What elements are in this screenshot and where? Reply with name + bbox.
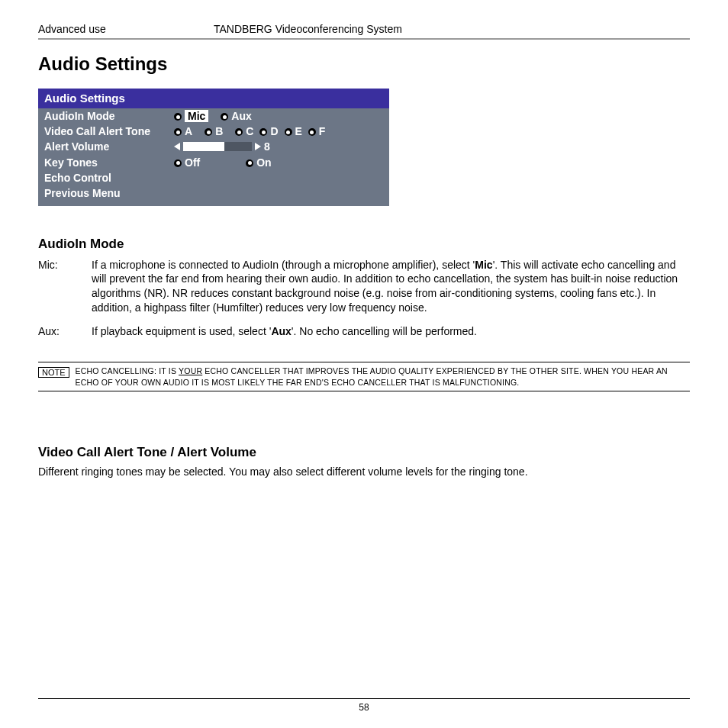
slider-fill (183, 142, 224, 151)
radio-icon (174, 159, 182, 167)
row-label: AudioIn Mode (44, 108, 174, 124)
settings-panel: Audio Settings AudioIn Mode Mic Aux Vide… (38, 89, 389, 206)
option-aux[interactable]: Aux (221, 108, 251, 124)
row-alert-tone: Video Call Alert Tone A B C D E F (38, 124, 389, 139)
row-previous-menu[interactable]: Previous Menu (38, 185, 389, 201)
panel-title: Audio Settings (38, 89, 389, 108)
section-alert-body: Different ringing tones may be selected.… (38, 465, 690, 479)
volume-slider[interactable] (183, 142, 252, 151)
def-body: If a microphone is connected to AudioIn … (92, 258, 690, 316)
row-label: Echo Control (44, 170, 174, 185)
option-on[interactable]: On (246, 155, 271, 170)
def-term: Mic: (38, 258, 92, 316)
page-header: Advanced use TANDBERG Videoconferencing … (38, 23, 690, 35)
option-label: A (185, 125, 192, 137)
decrease-icon[interactable] (174, 143, 180, 150)
option-a[interactable]: A (174, 124, 192, 139)
option-d[interactable]: D (259, 124, 278, 139)
radio-icon (285, 128, 292, 136)
option-label: F (319, 125, 326, 137)
option-f[interactable]: F (308, 124, 326, 139)
option-mic[interactable]: Mic (174, 108, 208, 124)
row-audioin-mode: AudioIn Mode Mic Aux (38, 108, 389, 124)
radio-icon (174, 128, 182, 136)
option-c[interactable]: C (235, 124, 253, 139)
row-label: Key Tones (44, 155, 174, 170)
option-label: Mic (185, 110, 208, 122)
radio-icon (235, 128, 243, 136)
row-label: Alert Volume (44, 139, 174, 154)
def-term: Aux: (38, 324, 92, 339)
row-echo-control[interactable]: Echo Control (38, 170, 389, 185)
radio-icon (246, 159, 253, 167)
page-number: 58 (38, 698, 690, 713)
increase-icon[interactable] (255, 143, 261, 150)
option-label: E (295, 125, 302, 137)
row-alert-volume: Alert Volume 8 (38, 139, 389, 154)
header-title: TANDBERG Videoconferencing System (214, 23, 690, 35)
definition-mic: Mic: If a microphone is connected to Aud… (38, 258, 690, 316)
radio-icon (205, 128, 212, 136)
section-audioin-mode: AudioIn Mode (38, 237, 690, 252)
option-label: B (215, 125, 223, 137)
definition-aux: Aux: If playback equipment is used, sele… (38, 324, 690, 339)
radio-icon (221, 113, 228, 121)
option-b[interactable]: B (205, 124, 223, 139)
row-key-tones: Key Tones Off On (38, 155, 389, 170)
volume-value: 8 (264, 139, 270, 154)
note-label: NOTE (38, 367, 69, 378)
option-off[interactable]: Off (174, 155, 200, 170)
option-label: On (256, 156, 271, 169)
option-label: Aux (231, 110, 251, 122)
option-label: Off (185, 156, 200, 169)
row-label: Previous Menu (44, 185, 174, 201)
page-title: Audio Settings (38, 53, 690, 75)
header-section: Advanced use (38, 23, 214, 35)
option-label: D (270, 125, 278, 137)
note-body: Echo Cancelling: It is your echo cancell… (76, 366, 690, 388)
note-block: NOTE Echo Cancelling: It is your echo ca… (38, 362, 690, 391)
option-label: C (246, 125, 253, 137)
section-alert: Video Call Alert Tone / Alert Volume (38, 445, 690, 460)
radio-icon (308, 128, 316, 136)
header-divider (38, 38, 690, 40)
def-body: If playback equipment is used, select 'A… (92, 324, 690, 339)
radio-icon (174, 113, 182, 121)
row-label: Video Call Alert Tone (44, 124, 174, 139)
radio-icon (259, 128, 267, 136)
option-e[interactable]: E (285, 124, 302, 139)
